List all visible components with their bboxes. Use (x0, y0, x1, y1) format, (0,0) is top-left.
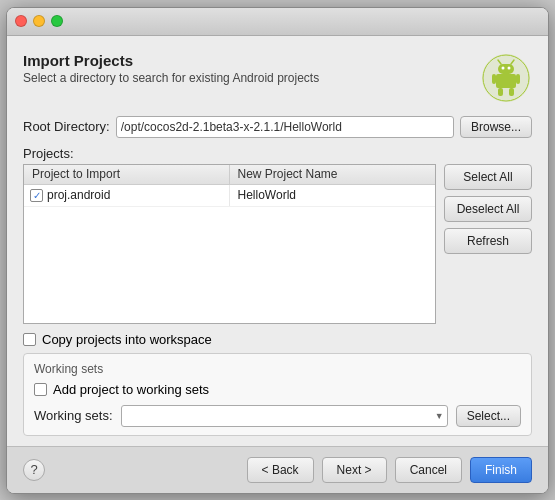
header-area: Import Projects Select a directory to se… (23, 52, 532, 104)
svg-rect-9 (516, 74, 520, 84)
ws-select-row: Working sets: ▼ Select... (34, 405, 521, 427)
browse-button[interactable]: Browse... (460, 116, 532, 138)
root-directory-row: Root Directory: Browse... (23, 116, 532, 138)
projects-table[interactable]: Project to Import New Project Name ✓ pro… (23, 164, 436, 324)
table-row[interactable]: ✓ proj.android HelloWorld (24, 185, 435, 207)
finish-button[interactable]: Finish (470, 457, 532, 483)
header-text: Import Projects Select a directory to se… (23, 52, 319, 85)
projects-area: Project to Import New Project Name ✓ pro… (23, 164, 532, 324)
working-sets-select-wrapper: ▼ (121, 405, 448, 427)
ws-add-checkbox[interactable] (34, 383, 47, 396)
copy-projects-row: Copy projects into workspace (23, 332, 532, 347)
svg-rect-10 (498, 88, 503, 96)
svg-rect-8 (492, 74, 496, 84)
svg-rect-11 (509, 88, 514, 96)
copy-label: Copy projects into workspace (42, 332, 212, 347)
working-sets-select[interactable] (121, 405, 448, 427)
traffic-lights (15, 15, 63, 27)
root-directory-label: Root Directory: (23, 119, 110, 134)
ws-add-label: Add project to working sets (53, 382, 209, 397)
root-directory-input[interactable] (116, 116, 454, 138)
dialog-footer: ? < Back Next > Cancel Finish (7, 446, 548, 493)
svg-point-5 (508, 66, 511, 69)
help-button[interactable]: ? (23, 459, 45, 481)
select-all-button[interactable]: Select All (444, 164, 532, 190)
cell-import: ✓ proj.android (24, 185, 230, 206)
dialog-content: Import Projects Select a directory to se… (7, 36, 548, 436)
dialog-subtitle: Select a directory to search for existin… (23, 71, 319, 85)
dialog-title: Import Projects (23, 52, 319, 69)
import-projects-window: Import Projects Select a directory to se… (6, 7, 549, 494)
title-bar (7, 8, 548, 36)
svg-rect-3 (498, 64, 514, 74)
svg-point-4 (502, 66, 505, 69)
minimize-button[interactable] (33, 15, 45, 27)
cell-project-name: HelloWorld (230, 185, 436, 206)
select-working-set-button[interactable]: Select... (456, 405, 521, 427)
android-logo-icon (480, 52, 532, 104)
import-name: proj.android (47, 188, 110, 202)
back-button[interactable]: < Back (247, 457, 314, 483)
cancel-button[interactable]: Cancel (395, 457, 462, 483)
row-checkbox[interactable]: ✓ (30, 189, 43, 202)
projects-section: Projects: Project to Import New Project … (23, 146, 532, 324)
maximize-button[interactable] (51, 15, 63, 27)
working-sets-label: Working sets: (34, 408, 113, 423)
ws-add-row: Add project to working sets (34, 382, 521, 397)
deselect-all-button[interactable]: Deselect All (444, 196, 532, 222)
footer-right: < Back Next > Cancel Finish (247, 457, 532, 483)
footer-left: ? (23, 459, 45, 481)
next-button[interactable]: Next > (322, 457, 387, 483)
table-header: Project to Import New Project Name (24, 165, 435, 185)
col-import-header: Project to Import (24, 165, 230, 184)
copy-checkbox[interactable] (23, 333, 36, 346)
col-name-header: New Project Name (230, 165, 436, 184)
projects-label: Projects: (23, 146, 532, 161)
refresh-button[interactable]: Refresh (444, 228, 532, 254)
side-buttons: Select All Deselect All Refresh (444, 164, 532, 324)
working-sets-title: Working sets (34, 362, 521, 376)
close-button[interactable] (15, 15, 27, 27)
svg-rect-2 (496, 74, 516, 88)
working-sets-section: Working sets Add project to working sets… (23, 353, 532, 436)
